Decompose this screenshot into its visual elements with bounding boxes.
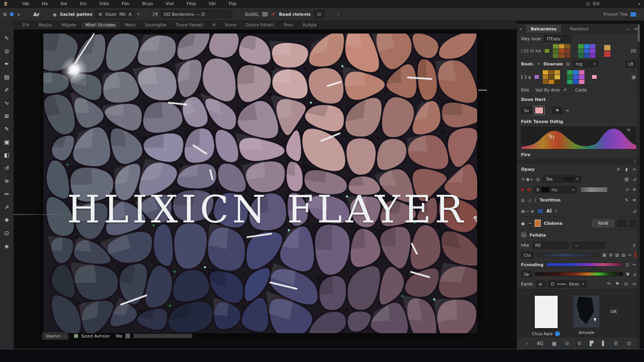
document-tab[interactable]: Meris: [121, 22, 140, 28]
tool-button[interactable]: ✎: [2, 122, 12, 135]
equals-icon[interactable]: =: [566, 108, 569, 113]
circle-icon[interactable]: ◎: [536, 177, 540, 181]
lines-icon[interactable]: ≡: [633, 187, 636, 192]
color-swatch[interactable]: [590, 49, 595, 53]
grid-option-icon[interactable]: ⊞: [609, 253, 612, 257]
orange-swatch[interactable]: [535, 220, 541, 227]
color-swatch[interactable]: [578, 44, 584, 49]
canvas-pasteboard[interactable]: HLIXICN FLAYER ¶ Vaamni ‹ Sized Avhsior …: [14, 30, 517, 349]
color-swatch[interactable]: [549, 70, 554, 75]
color-swatch[interactable]: [543, 80, 548, 84]
grid-option-icon[interactable]: ▤: [622, 253, 625, 257]
menu-item[interactable]: Vdio: [93, 1, 115, 6]
arrow-up-right-icon[interactable]: ↗: [563, 88, 566, 92]
rlu-field[interactable]: 9 rlu ▾: [534, 186, 577, 193]
panel-toolbar-icon[interactable]: ⊡: [627, 341, 631, 346]
document-tab[interactable]: Pmlc: [280, 22, 297, 28]
blend-icons[interactable]: ◔ ● ▸: [521, 177, 533, 181]
color-swatch[interactable]: [565, 49, 570, 53]
filter-icon[interactable]: ⚑: [552, 107, 562, 114]
tool-button[interactable]: ▣: [2, 135, 12, 148]
mode-label[interactable]: 2D: [630, 49, 636, 53]
tool-button[interactable]: ◧: [2, 148, 12, 161]
app-logo-icon[interactable]: Ƶ: [4, 1, 7, 7]
corner-icon[interactable]: ⊿: [633, 272, 636, 276]
lines-icon[interactable]: ≡: [633, 198, 636, 202]
panel-toolbar-icon[interactable]: ▛: [590, 341, 593, 346]
collapse-panel-icon[interactable]: »: [519, 27, 522, 31]
tool-button[interactable]: ⊡: [2, 226, 12, 239]
color-swatch[interactable]: [584, 44, 590, 49]
panel-tab-active[interactable]: Balcaronsu: [526, 25, 562, 33]
document-tab[interactable]: Rutigle: [299, 22, 321, 28]
tool-button[interactable]: ✏: [2, 187, 12, 200]
panel-action-icon[interactable]: ≍: [633, 167, 636, 172]
color-swatch[interactable]: [579, 75, 584, 79]
tool-button[interactable]: ∿: [2, 96, 12, 109]
lb-button[interactable]: LB: [625, 60, 636, 67]
document-tab[interactable]: Mliet! Occizbes: [82, 22, 119, 28]
scrollbar-thumb[interactable]: [638, 24, 640, 42]
eante-combo[interactable]: D Beas ▾: [548, 280, 587, 287]
thumbnail-item[interactable]: Chua Aqra: [532, 296, 560, 337]
workspace-label[interactable]: Est: [593, 1, 599, 6]
corner-icon[interactable]: ⊿: [633, 177, 636, 181]
tool-button[interactable]: ✒: [2, 57, 12, 70]
boot-dropdown[interactable]: mg ▾: [573, 60, 598, 67]
spectrum-gradient-bar[interactable]: [535, 272, 623, 276]
document-tab[interactable]: 1Fe: [18, 22, 33, 28]
dark-thumbnail[interactable]: [573, 296, 599, 327]
border-field[interactable]: DD Bordereno — D: [161, 10, 232, 18]
shape-icons[interactable]: ▣ ⌐ ▪: [521, 209, 534, 213]
zoom-control[interactable]: Vaamni ‹: [42, 332, 69, 340]
purple-swatch[interactable]: [534, 75, 539, 79]
link-dye[interactable]: Vail By dine: [536, 88, 560, 92]
so-field[interactable]: So: [521, 107, 532, 114]
thumbnail-item[interactable]: Amywie: [573, 296, 599, 337]
menu-item[interactable]: Vbr: [202, 1, 222, 6]
color-swatch[interactable]: [573, 70, 579, 75]
color-swatch[interactable]: [604, 51, 610, 57]
hfte-field-2[interactable]: —: [572, 242, 605, 249]
color-swatch[interactable]: [604, 45, 610, 50]
color-swatch[interactable]: [554, 70, 560, 75]
v-toggle[interactable]: V: [626, 272, 629, 276]
tool-button[interactable]: ◈: [2, 239, 12, 252]
menu-item[interactable]: Bcao: [136, 1, 159, 6]
eante-w-field[interactable]: w: [536, 280, 545, 287]
color-swatch[interactable]: [579, 70, 584, 75]
feather-gradient-bar[interactable]: [547, 263, 623, 267]
panel-action-icon[interactable]: ⊪: [617, 167, 621, 172]
menu-item[interactable]: Viot: [159, 1, 180, 6]
menu-item[interactable]: Flip: [222, 1, 243, 6]
menu-item[interactable]: IUv: [73, 1, 93, 6]
color-swatch[interactable]: [549, 80, 554, 84]
color-swatch[interactable]: [567, 75, 573, 79]
menu-item[interactable]: Fltip: [180, 1, 202, 6]
color-swatch[interactable]: [559, 44, 564, 49]
history-action-icon[interactable]: ↷: [607, 282, 611, 286]
selected-fill-swatch[interactable]: [535, 107, 543, 114]
panel-icon[interactable]: [631, 12, 636, 17]
grid-icon[interactable]: ⊞: [3, 12, 7, 17]
color-swatch[interactable]: [554, 75, 560, 79]
link-rite[interactable]: Rite: [521, 88, 529, 92]
drop-icon[interactable]: ∸: [528, 221, 532, 226]
link-calde[interactable]: Calde: [575, 88, 587, 92]
document-tab[interactable]: Macjos: [35, 22, 56, 28]
document-tab[interactable]: H: [209, 22, 220, 28]
bolt-icon[interactable]: ⚡: [537, 62, 540, 66]
history-action-icon[interactable]: ≍: [632, 282, 636, 286]
pink-swatch[interactable]: [592, 75, 597, 79]
grid-option-icon[interactable]: ≍: [628, 253, 631, 257]
menu-item[interactable]: Idb: [16, 1, 35, 6]
hfte-field-1[interactable]: R8: [532, 242, 569, 249]
metrics-label[interactable]: Bead rielovis: [279, 12, 310, 17]
color-swatch[interactable]: [584, 49, 590, 53]
document-tab[interactable]: Soutmgfse: [141, 22, 170, 28]
panel-toolbar-icon[interactable]: ⊙: [565, 341, 569, 346]
view-field[interactable]: ITEspy: [544, 35, 571, 42]
pencil-icon[interactable]: ✎: [625, 198, 629, 202]
al-label[interactable]: Al: [547, 208, 552, 214]
mask-icon[interactable]: ▨: [624, 177, 628, 181]
